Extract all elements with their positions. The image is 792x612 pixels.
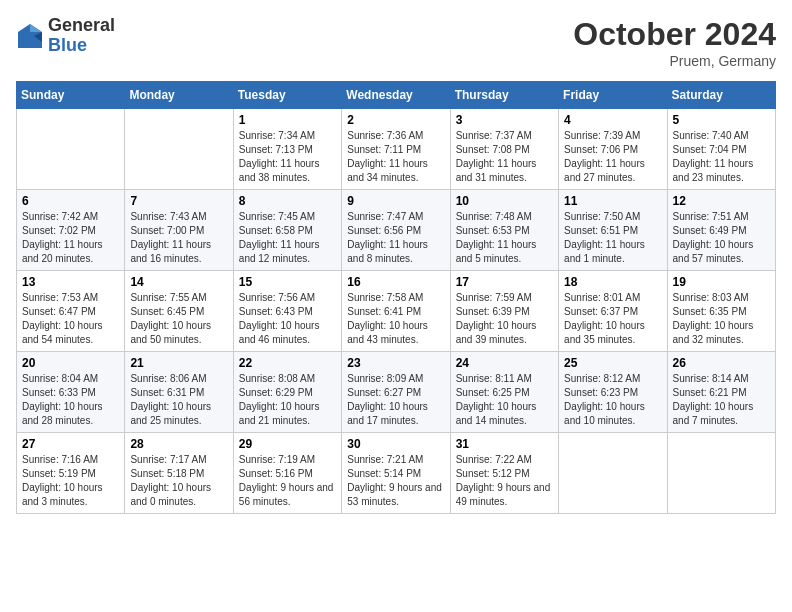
day-number: 22 [239,356,336,370]
day-cell: 16Sunrise: 7:58 AMSunset: 6:41 PMDayligh… [342,271,450,352]
day-number: 5 [673,113,770,127]
day-cell: 5Sunrise: 7:40 AMSunset: 7:04 PMDaylight… [667,109,775,190]
day-detail: Sunrise: 8:06 AMSunset: 6:31 PMDaylight:… [130,372,227,428]
day-detail: Sunrise: 7:22 AMSunset: 5:12 PMDaylight:… [456,453,553,509]
day-detail: Sunrise: 7:39 AMSunset: 7:06 PMDaylight:… [564,129,661,185]
day-cell: 26Sunrise: 8:14 AMSunset: 6:21 PMDayligh… [667,352,775,433]
day-cell: 6Sunrise: 7:42 AMSunset: 7:02 PMDaylight… [17,190,125,271]
day-number: 14 [130,275,227,289]
day-number: 30 [347,437,444,451]
calendar: SundayMondayTuesdayWednesdayThursdayFrid… [16,81,776,514]
logo: General Blue [16,16,115,56]
week-row-5: 27Sunrise: 7:16 AMSunset: 5:19 PMDayligh… [17,433,776,514]
day-number: 15 [239,275,336,289]
day-cell: 7Sunrise: 7:43 AMSunset: 7:00 PMDaylight… [125,190,233,271]
day-detail: Sunrise: 8:12 AMSunset: 6:23 PMDaylight:… [564,372,661,428]
day-cell: 13Sunrise: 7:53 AMSunset: 6:47 PMDayligh… [17,271,125,352]
logo-blue: Blue [48,36,115,56]
day-detail: Sunrise: 7:37 AMSunset: 7:08 PMDaylight:… [456,129,553,185]
page-header: General Blue October 2024 Pruem, Germany [16,16,776,69]
day-number: 27 [22,437,119,451]
day-detail: Sunrise: 8:08 AMSunset: 6:29 PMDaylight:… [239,372,336,428]
logo-general: General [48,16,115,36]
day-detail: Sunrise: 7:55 AMSunset: 6:45 PMDaylight:… [130,291,227,347]
day-number: 10 [456,194,553,208]
day-cell: 24Sunrise: 8:11 AMSunset: 6:25 PMDayligh… [450,352,558,433]
header-sunday: Sunday [17,82,125,109]
day-number: 17 [456,275,553,289]
day-number: 1 [239,113,336,127]
week-row-3: 13Sunrise: 7:53 AMSunset: 6:47 PMDayligh… [17,271,776,352]
day-detail: Sunrise: 7:58 AMSunset: 6:41 PMDaylight:… [347,291,444,347]
day-number: 8 [239,194,336,208]
day-cell: 10Sunrise: 7:48 AMSunset: 6:53 PMDayligh… [450,190,558,271]
day-cell: 18Sunrise: 8:01 AMSunset: 6:37 PMDayligh… [559,271,667,352]
day-cell [125,109,233,190]
header-monday: Monday [125,82,233,109]
day-cell: 12Sunrise: 7:51 AMSunset: 6:49 PMDayligh… [667,190,775,271]
day-cell: 25Sunrise: 8:12 AMSunset: 6:23 PMDayligh… [559,352,667,433]
day-number: 29 [239,437,336,451]
day-cell: 27Sunrise: 7:16 AMSunset: 5:19 PMDayligh… [17,433,125,514]
day-number: 26 [673,356,770,370]
day-number: 9 [347,194,444,208]
logo-icon [16,22,44,50]
day-cell: 31Sunrise: 7:22 AMSunset: 5:12 PMDayligh… [450,433,558,514]
svg-marker-1 [30,24,42,32]
day-cell: 17Sunrise: 7:59 AMSunset: 6:39 PMDayligh… [450,271,558,352]
day-number: 18 [564,275,661,289]
day-detail: Sunrise: 7:36 AMSunset: 7:11 PMDaylight:… [347,129,444,185]
day-detail: Sunrise: 7:21 AMSunset: 5:14 PMDaylight:… [347,453,444,509]
day-number: 21 [130,356,227,370]
day-number: 2 [347,113,444,127]
day-detail: Sunrise: 7:48 AMSunset: 6:53 PMDaylight:… [456,210,553,266]
day-number: 19 [673,275,770,289]
day-cell: 21Sunrise: 8:06 AMSunset: 6:31 PMDayligh… [125,352,233,433]
day-detail: Sunrise: 7:47 AMSunset: 6:56 PMDaylight:… [347,210,444,266]
day-number: 16 [347,275,444,289]
day-number: 23 [347,356,444,370]
day-number: 11 [564,194,661,208]
day-detail: Sunrise: 8:11 AMSunset: 6:25 PMDaylight:… [456,372,553,428]
day-number: 25 [564,356,661,370]
day-detail: Sunrise: 7:17 AMSunset: 5:18 PMDaylight:… [130,453,227,509]
day-cell [667,433,775,514]
day-cell: 3Sunrise: 7:37 AMSunset: 7:08 PMDaylight… [450,109,558,190]
day-cell: 9Sunrise: 7:47 AMSunset: 6:56 PMDaylight… [342,190,450,271]
month-title: October 2024 [573,16,776,53]
header-saturday: Saturday [667,82,775,109]
day-detail: Sunrise: 8:09 AMSunset: 6:27 PMDaylight:… [347,372,444,428]
day-detail: Sunrise: 7:56 AMSunset: 6:43 PMDaylight:… [239,291,336,347]
day-detail: Sunrise: 7:34 AMSunset: 7:13 PMDaylight:… [239,129,336,185]
header-tuesday: Tuesday [233,82,341,109]
day-cell [17,109,125,190]
calendar-body: 1Sunrise: 7:34 AMSunset: 7:13 PMDaylight… [17,109,776,514]
day-number: 6 [22,194,119,208]
day-cell: 8Sunrise: 7:45 AMSunset: 6:58 PMDaylight… [233,190,341,271]
day-cell: 30Sunrise: 7:21 AMSunset: 5:14 PMDayligh… [342,433,450,514]
day-number: 28 [130,437,227,451]
day-detail: Sunrise: 7:59 AMSunset: 6:39 PMDaylight:… [456,291,553,347]
week-row-2: 6Sunrise: 7:42 AMSunset: 7:02 PMDaylight… [17,190,776,271]
day-cell: 11Sunrise: 7:50 AMSunset: 6:51 PMDayligh… [559,190,667,271]
day-number: 12 [673,194,770,208]
day-detail: Sunrise: 7:16 AMSunset: 5:19 PMDaylight:… [22,453,119,509]
day-detail: Sunrise: 8:01 AMSunset: 6:37 PMDaylight:… [564,291,661,347]
day-cell: 1Sunrise: 7:34 AMSunset: 7:13 PMDaylight… [233,109,341,190]
header-wednesday: Wednesday [342,82,450,109]
header-row: SundayMondayTuesdayWednesdayThursdayFrid… [17,82,776,109]
header-thursday: Thursday [450,82,558,109]
day-number: 3 [456,113,553,127]
day-cell: 22Sunrise: 8:08 AMSunset: 6:29 PMDayligh… [233,352,341,433]
day-detail: Sunrise: 7:53 AMSunset: 6:47 PMDaylight:… [22,291,119,347]
day-cell: 4Sunrise: 7:39 AMSunset: 7:06 PMDaylight… [559,109,667,190]
calendar-header: SundayMondayTuesdayWednesdayThursdayFrid… [17,82,776,109]
day-cell: 19Sunrise: 8:03 AMSunset: 6:35 PMDayligh… [667,271,775,352]
day-detail: Sunrise: 7:42 AMSunset: 7:02 PMDaylight:… [22,210,119,266]
header-friday: Friday [559,82,667,109]
day-cell: 23Sunrise: 8:09 AMSunset: 6:27 PMDayligh… [342,352,450,433]
day-cell [559,433,667,514]
day-cell: 28Sunrise: 7:17 AMSunset: 5:18 PMDayligh… [125,433,233,514]
week-row-4: 20Sunrise: 8:04 AMSunset: 6:33 PMDayligh… [17,352,776,433]
logo-text: General Blue [48,16,115,56]
